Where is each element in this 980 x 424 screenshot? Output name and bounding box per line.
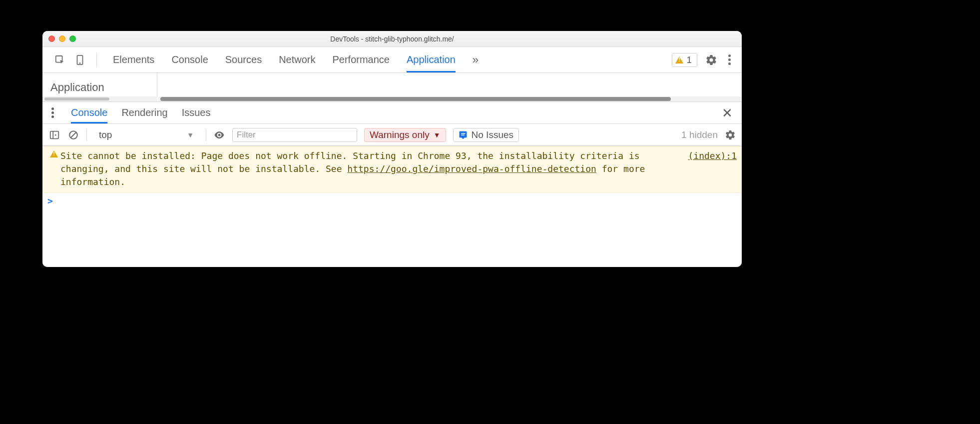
main-tabstrip: Elements Console Sources Network Perform… [42, 47, 742, 73]
tab-network[interactable]: Network [279, 47, 315, 72]
tab-elements[interactable]: Elements [113, 47, 154, 72]
more-tabs-button[interactable]: » [473, 47, 479, 72]
log-level-label: Warnings only [370, 130, 430, 140]
drawer-close-button[interactable]: ✕ [719, 106, 736, 120]
close-window-button[interactable] [48, 36, 55, 42]
console-prompt[interactable]: > [42, 193, 742, 210]
tab-application[interactable]: Application [407, 47, 456, 72]
issues-count: 1 [686, 54, 692, 66]
console-settings-gear-icon[interactable] [725, 130, 736, 140]
device-toolbar-icon[interactable] [74, 54, 85, 66]
minimize-window-button[interactable] [59, 36, 65, 42]
tab-performance[interactable]: Performance [333, 47, 390, 72]
log-level-selector[interactable]: Warnings only ▼ [364, 128, 446, 142]
zoom-window-button[interactable] [69, 36, 76, 42]
drawer-tab-issues[interactable]: Issues [182, 102, 211, 124]
tab-console[interactable]: Console [171, 47, 208, 72]
svg-line-6 [71, 132, 76, 137]
console-input[interactable] [57, 195, 737, 206]
devtools-window: DevTools - stitch-glib-typhoon.glitch.me… [42, 31, 742, 267]
warning-icon [675, 56, 683, 64]
execution-context-label: top [99, 130, 112, 140]
chat-icon [459, 130, 468, 140]
open-issues-button[interactable]: No Issues [453, 128, 519, 142]
console-filter-input[interactable] [232, 128, 357, 142]
execution-context-selector[interactable]: top ▼ [94, 128, 199, 142]
dropdown-arrow-icon: ▼ [434, 131, 441, 139]
prompt-chevron-icon: > [47, 196, 53, 206]
dropdown-arrow-icon: ▼ [187, 131, 194, 139]
console-message-list: Site cannot be installed: Page does not … [42, 146, 742, 267]
main-tabs: Elements Console Sources Network Perform… [104, 47, 488, 72]
drawer-tabstrip: Console Rendering Issues ✕ [42, 102, 742, 124]
open-issues-label: No Issues [472, 130, 513, 140]
main-menu-kebab-icon[interactable] [725, 52, 734, 68]
console-message-link[interactable]: https://goo.gle/improved-pwa-offline-det… [347, 164, 596, 174]
window-title: DevTools - stitch-glib-typhoon.glitch.me… [42, 35, 742, 43]
warning-icon [47, 150, 60, 158]
panel-horizontal-scrollbar[interactable] [158, 96, 741, 102]
console-toolbar: top ▼ Warnings only ▼ No Issues 1 hidden [42, 124, 742, 146]
drawer-tab-rendering[interactable]: Rendering [121, 102, 167, 124]
issues-badge[interactable]: 1 [672, 53, 697, 67]
console-message-text: Site cannot be installed: Page does not … [60, 150, 681, 188]
window-traffic-lights [42, 36, 76, 42]
drawer-tab-console[interactable]: Console [71, 102, 107, 124]
console-message-source-link[interactable]: (index):1 [681, 150, 737, 162]
console-sidebar-toggle-icon[interactable] [48, 129, 60, 141]
svg-rect-3 [50, 131, 59, 138]
clear-console-icon[interactable] [67, 129, 79, 141]
drawer-menu-kebab-icon[interactable] [48, 106, 57, 120]
console-warning-message[interactable]: Site cannot be installed: Page does not … [42, 146, 742, 193]
inspect-element-icon[interactable] [54, 54, 65, 66]
tab-sources[interactable]: Sources [225, 47, 262, 72]
hidden-messages-count[interactable]: 1 hidden [681, 130, 718, 140]
application-panel-peek: Application [42, 73, 742, 102]
live-expression-icon[interactable] [213, 129, 225, 141]
window-titlebar: DevTools - stitch-glib-typhoon.glitch.me… [42, 31, 742, 47]
sidebar-horizontal-scrollbar[interactable] [42, 96, 157, 102]
application-sidebar-heading: Application [50, 81, 149, 94]
settings-gear-icon[interactable] [705, 54, 717, 66]
